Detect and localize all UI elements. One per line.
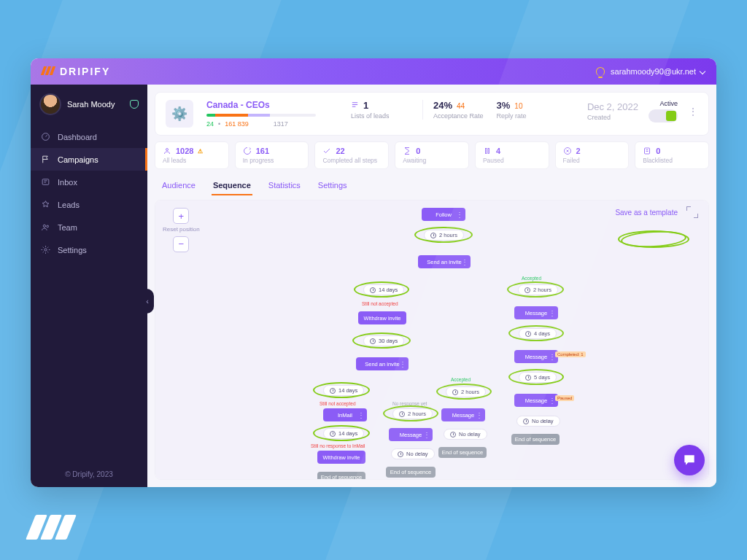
sequence-canvas[interactable]: + Reset position − Save as a template <box>155 200 709 480</box>
delay-14d-1[interactable]: 14 days <box>363 284 404 295</box>
chip-failed[interactable]: 2Failed <box>555 141 630 169</box>
node-rmsg2[interactable]: Message⋮ <box>514 350 558 363</box>
gauge-icon <box>41 132 50 141</box>
campaign-title[interactable]: Canada - CEOs <box>206 100 338 110</box>
status-label: Active <box>659 100 678 107</box>
delay-none-mid[interactable]: No delay <box>444 429 487 440</box>
svg-point-8 <box>564 148 570 155</box>
delay-2h[interactable]: 2 hours <box>424 230 464 241</box>
svg-point-3 <box>47 225 49 228</box>
shield-icon <box>130 100 139 109</box>
node-inmail[interactable]: InMail⋮ <box>323 408 367 421</box>
chip-paused[interactable]: 4Paused <box>475 141 549 169</box>
brand-logo: DRIPIFY <box>42 66 110 77</box>
tabs: Audience Sequence Statistics Settings <box>160 176 703 195</box>
node-rmsg3[interactable]: Message⋮ <box>514 394 558 407</box>
bell-icon[interactable] <box>596 67 605 76</box>
main-panel: ⚙️ Canada - CEOs 24 • 161 839 1317 <box>147 85 716 487</box>
label-accepted: Accepted <box>522 276 541 281</box>
svg-point-5 <box>166 149 169 151</box>
profile-name: Sarah Moody <box>67 100 115 109</box>
chip-all-leads[interactable]: 1028⚠All leads <box>155 141 229 169</box>
delay-4d[interactable]: 4 days <box>519 328 557 339</box>
user-email[interactable]: sarahmoody90@ukr.net <box>611 67 696 76</box>
node-invite[interactable]: Send an invite⋮ <box>418 255 471 268</box>
active-toggle[interactable] <box>649 109 678 122</box>
svg-rect-1 <box>42 179 49 185</box>
node-rmsg1[interactable]: Message⋮ <box>514 306 558 319</box>
watermark-logo <box>31 515 71 540</box>
node-withdraw[interactable]: Withdraw invite <box>358 311 406 324</box>
chip-in-progress[interactable]: 161In progress <box>235 141 309 169</box>
label-na3: Still no response to InMail <box>311 443 365 448</box>
sidebar-item-leads[interactable]: Leads <box>31 193 147 216</box>
campaign-header: ⚙️ Canada - CEOs 24 • 161 839 1317 <box>155 92 709 136</box>
delay-14d-2[interactable]: 14 days <box>323 385 364 396</box>
delay-none-r[interactable]: No delay <box>516 416 560 427</box>
chip-completed[interactable]: 22Completed all steps <box>314 141 389 169</box>
label-accepted2: Accepted <box>451 377 471 382</box>
chevron-down-icon[interactable] <box>700 69 705 74</box>
tab-statistics[interactable]: Statistics <box>267 176 302 195</box>
svg-rect-7 <box>488 149 489 154</box>
sidebar-item-campaigns[interactable]: Campaigns <box>31 148 147 171</box>
delay-2h-r[interactable]: 2 hours <box>518 284 558 295</box>
tab-settings[interactable]: Settings <box>317 176 349 195</box>
delay-14d-3[interactable]: 14 days <box>323 428 364 439</box>
brand-text: DRIPIFY <box>60 66 110 77</box>
chip-awaiting[interactable]: 0Awaiting <box>395 141 469 169</box>
gear-icon <box>41 245 50 254</box>
sidebar-item-settings[interactable]: Settings <box>31 238 147 261</box>
sidebar-item-team[interactable]: Team <box>31 216 147 238</box>
node-reos: End of sequence <box>511 434 560 445</box>
stat-chips: 1028⚠All leads 161In progress 22Complete… <box>155 141 709 169</box>
delay-2h-mid[interactable]: 2 hours <box>446 386 486 397</box>
svg-point-2 <box>43 225 45 227</box>
chat-fab[interactable] <box>674 445 705 475</box>
tab-audience[interactable]: Audience <box>160 176 197 195</box>
avatar <box>39 93 61 115</box>
sidebar: Sarah Moody Dashboard Campaigns Inbox <box>31 85 147 487</box>
label-nr2: No response yet <box>392 401 427 406</box>
node-msg[interactable]: Message⋮ <box>389 428 433 441</box>
delay-5d[interactable]: 5 days <box>519 372 557 383</box>
tab-sequence[interactable]: Sequence <box>212 176 252 195</box>
tag-completed: Completed: 1 <box>555 351 586 357</box>
label-not-accepted: Still not accepted <box>362 301 398 306</box>
chip-blacklisted[interactable]: 0Blacklisted <box>635 141 709 169</box>
tag-paused: Paused <box>555 395 574 401</box>
svg-point-4 <box>44 249 47 251</box>
delay-2h-2[interactable]: 2 hours <box>392 408 433 419</box>
node-eos: End of sequence <box>317 472 365 480</box>
profile-block[interactable]: Sarah Moody <box>31 85 147 125</box>
campaign-menu[interactable]: ⋮ <box>688 106 698 117</box>
delay-30d[interactable]: 30 days <box>363 335 404 346</box>
node-midmsg[interactable]: Message⋮ <box>441 408 485 421</box>
node-invite2[interactable]: Send an invite⋮ <box>356 357 409 370</box>
svg-rect-9 <box>645 148 650 154</box>
team-icon <box>41 222 50 232</box>
node-mideos: End of sequence <box>438 447 487 458</box>
sidebar-item-dashboard[interactable]: Dashboard <box>31 125 147 148</box>
inbox-icon <box>41 177 50 187</box>
flag-icon <box>41 155 50 164</box>
label-na2: Still not accepted <box>320 401 356 406</box>
svg-rect-6 <box>485 149 487 154</box>
node-withdraw2[interactable]: Withdraw invite <box>317 451 365 464</box>
node-eos-mid: End of sequence <box>386 467 436 478</box>
delay-none-1[interactable]: No delay <box>391 448 435 459</box>
sidebar-item-inbox[interactable]: Inbox <box>31 171 147 193</box>
campaign-icon: ⚙️ <box>166 100 193 128</box>
node-follow[interactable]: Follow⋮ <box>422 208 465 221</box>
progress-bar <box>206 114 316 117</box>
app-topbar: DRIPIFY sarahmoody90@ukr.net <box>31 58 716 85</box>
sidebar-collapse[interactable]: ‹ <box>141 289 154 314</box>
copyright: © Dripify, 2023 <box>31 462 147 487</box>
star-icon <box>41 200 50 209</box>
